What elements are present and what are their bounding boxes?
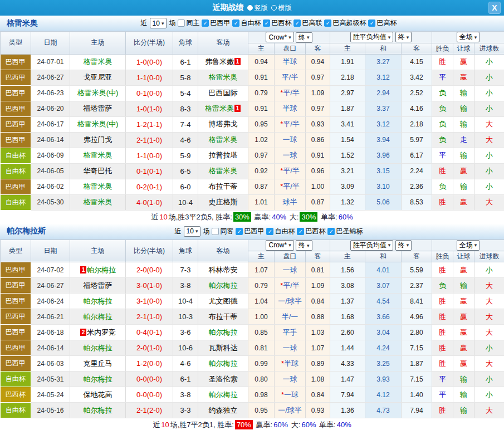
result-goals: 大 — [474, 278, 504, 294]
result-wdl: 负 — [432, 101, 453, 116]
mean-odds-draw: 4.01 — [365, 262, 402, 278]
chevron-down-icon: ▾ — [388, 35, 391, 40]
same-home-checkbox[interactable]: 同主 — [178, 18, 199, 28]
mean-odds-draw: 4.24 — [365, 340, 402, 356]
league-filter-checkbox[interactable]: ✓自由杯 — [232, 18, 261, 28]
mean-odds-home: 2.18 — [330, 70, 365, 85]
match-date: 24-06-27 — [31, 70, 70, 85]
match-date: 24-06-02 — [31, 179, 70, 194]
away-team-name: 帕尔梅拉 — [209, 281, 238, 290]
col-mean-home: 主 — [330, 251, 365, 262]
league-filter-label: 自由杯 — [275, 227, 295, 236]
mean-stage-select[interactable]: 终▾ — [395, 32, 412, 42]
result-goals: 大 — [474, 325, 504, 340]
odds-stage-select[interactable]: 终▾ — [296, 240, 312, 251]
handicap-odds-home: 0.98 — [248, 387, 275, 403]
home-team-name: 帕尔梅拉 — [87, 266, 116, 274]
result-goals: 大 — [474, 194, 504, 210]
league-filter-checkbox[interactable]: ✓巴高超级杯 — [324, 18, 366, 28]
bookmaker-select[interactable]: Crow*▾ — [266, 32, 293, 42]
scope-group-header: 全场▾ — [432, 32, 504, 43]
handicap-odds-home: 1.02 — [248, 132, 275, 148]
section-header: 帕尔梅拉斯 近 10▾ 场 同客 ✓巴西甲✓自由杯✓巴西杯✓巴圣锦标 — [0, 224, 504, 240]
handicap-odds-home: 0.99 — [248, 356, 275, 372]
recent-count-select[interactable]: 10▾ — [150, 18, 167, 28]
away-team: 格雷米奥 — [198, 163, 248, 179]
mean-odds-home: 1.44 — [330, 340, 365, 356]
away-team: 格雷米奥 — [198, 70, 248, 85]
league-filter-checkbox[interactable]: ✓巴高联 — [293, 18, 322, 28]
mean-odds-draw: 3.94 — [365, 132, 402, 148]
away-team: 瓦斯科达 — [198, 340, 248, 356]
mean-odds-away: 5.59 — [402, 262, 432, 278]
result-handicap: 输 — [453, 101, 474, 116]
home-team-name: 帕尔梅拉 — [84, 312, 112, 321]
team-section-palmeiras: 帕尔梅拉斯 近 10▾ 场 同客 ✓巴西甲✓自由杯✓巴西杯✓巴圣锦标 类型 日期… — [0, 224, 504, 430]
league-filter-checkbox[interactable]: ✓自由杯 — [266, 227, 295, 236]
col-home: 主场 — [70, 32, 126, 55]
bookmaker-select[interactable]: Crow*▾ — [266, 240, 293, 251]
results-table: 类型 日期 主场 比分(半场) 角球 客场 Crow*▾ 终▾ 胜平负均值▾ 终… — [0, 240, 504, 419]
league-filter-checkbox[interactable]: ✓巴西甲 — [202, 18, 230, 28]
recent-count-select[interactable]: 10▾ — [184, 226, 201, 237]
rank-badge: 2 — [80, 329, 86, 336]
corners: 3-6 — [173, 325, 198, 340]
match-type: 巴西杯 — [1, 387, 31, 403]
corners: 4-6 — [173, 356, 198, 372]
mean-odds-select[interactable]: 胜平负均值▾ — [350, 32, 394, 42]
result-goals: 小 — [474, 148, 504, 163]
mean-stage-select[interactable]: 终▾ — [395, 240, 412, 251]
mean-odds-draw: 3.12 — [365, 70, 402, 85]
result-goals: 小 — [474, 372, 504, 387]
league-filter-checkbox[interactable]: ✓巴西杯 — [297, 227, 325, 236]
summary-text: 单率: — [319, 213, 337, 221]
league-filter-checkbox[interactable]: ✓巴西杯 — [263, 18, 291, 28]
col-score: 比分(半场) — [126, 32, 173, 55]
match-type: 巴西甲 — [1, 278, 31, 294]
star-icon: * — [280, 89, 283, 97]
same-away-checkbox[interactable]: 同客 — [212, 227, 233, 236]
league-filter-checkbox[interactable]: ✓巴圣锦标 — [327, 227, 363, 236]
away-team: 帕尔梅拉 — [198, 356, 248, 372]
score: 2-1(2-0) — [126, 403, 173, 418]
handicap-odds-away: 0.87 — [306, 194, 330, 210]
near-label: 近 — [141, 18, 148, 28]
mean-odds-away: 7.15 — [402, 340, 432, 356]
match-date: 24-05-24 — [31, 387, 70, 403]
mean-odds-away: 3.42 — [402, 70, 432, 85]
table-row: 巴西甲24-06-23格雷米奥(中)0-1(0-0)5-4巴西国际0.79*平/… — [1, 85, 504, 101]
radio-horizontal-label: 横版 — [278, 3, 292, 13]
checkbox-checked-icon: ✓ — [232, 19, 239, 27]
radio-selected-icon — [247, 5, 253, 11]
handicap-odds-away: 1.09 — [306, 278, 330, 294]
match-date: 24-06-09 — [31, 148, 70, 163]
result-goals: 小 — [474, 262, 504, 278]
scope-select[interactable]: 全场▾ — [457, 240, 480, 251]
home-team: 格雷米奥 — [70, 54, 126, 70]
rate-badge: 70% — [235, 420, 253, 429]
scope-select[interactable]: 全场▾ — [457, 32, 480, 42]
summary-text: 单率: — [317, 421, 335, 429]
away-team: 圣洛伦索 — [198, 372, 248, 387]
away-team: 格雷米奥1 — [198, 101, 248, 116]
close-button[interactable]: X — [488, 2, 501, 14]
handicap-odds-home: 0.95 — [248, 403, 275, 418]
radio-vertical-layout[interactable]: 竖版 — [247, 3, 268, 13]
col-home: 主场 — [70, 240, 126, 262]
mean-odds-home: 3.41 — [330, 116, 365, 132]
mean-odds-draw: 3.07 — [365, 278, 402, 294]
home-team: 帕尔梅拉 — [70, 309, 126, 325]
mean-odds-select[interactable]: 胜平负均值▾ — [350, 240, 394, 251]
league-filter-checkbox[interactable]: ✓巴高杯 — [368, 18, 397, 28]
score: 3-0(1-0) — [126, 278, 173, 294]
table-row: 巴西甲24-07-021帕尔梅拉2-0(0-0)7-3科林蒂安1.07一球0.8… — [1, 262, 504, 278]
result-handicap: 输 — [453, 85, 474, 101]
handicap-line: *平/半 — [275, 278, 306, 294]
radio-horizontal-layout[interactable]: 横版 — [271, 3, 292, 13]
odds-stage-select[interactable]: 终▾ — [296, 32, 312, 43]
league-filter-checkbox[interactable]: ✓巴西甲 — [236, 227, 264, 236]
result-wdl: 胜 — [432, 403, 453, 418]
result-wdl: 平 — [432, 387, 453, 403]
chevron-down-icon: ▾ — [288, 242, 291, 248]
result-goals: 小 — [474, 340, 504, 356]
